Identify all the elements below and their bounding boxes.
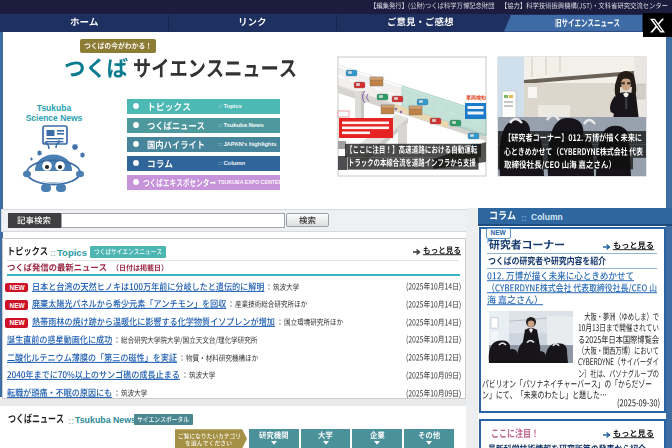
svg-text:Tsukuba: Tsukuba <box>37 103 72 113</box>
svg-text:Science News: Science News <box>26 113 83 123</box>
